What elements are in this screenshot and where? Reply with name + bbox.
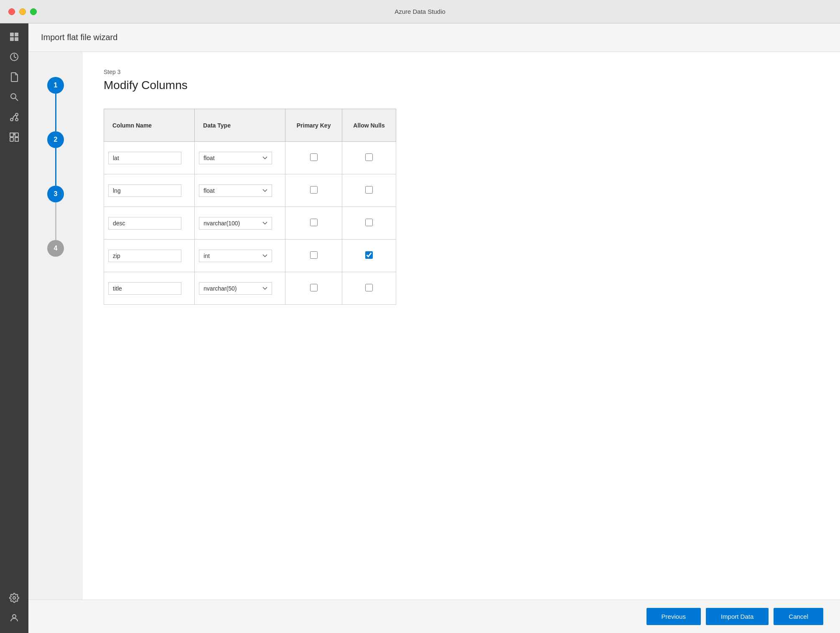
- col-pk-cell: [285, 240, 342, 272]
- col-type-cell: floatintnvarchar(50)nvarchar(100)nvarcha…: [195, 207, 285, 240]
- col-nulls-cell: [342, 272, 396, 305]
- table-row: floatintnvarchar(50)nvarchar(100)nvarcha…: [104, 174, 396, 207]
- col-type-select[interactable]: floatintnvarchar(50)nvarchar(100)nvarcha…: [199, 184, 272, 197]
- col-type-select[interactable]: floatintnvarchar(50)nvarchar(100)nvarcha…: [199, 217, 272, 230]
- svg-point-8: [15, 113, 18, 116]
- sidebar-icon-account[interactable]: [5, 609, 23, 627]
- svg-rect-12: [15, 133, 18, 137]
- allow-nulls-checkbox[interactable]: [365, 219, 373, 226]
- col-nulls-cell: [342, 240, 396, 272]
- col-nulls-cell: [342, 207, 396, 240]
- window-controls: [8, 8, 37, 15]
- sidebar-icon-search[interactable]: [5, 88, 23, 106]
- step-3: 3: [47, 186, 64, 240]
- step-label: Step 3: [104, 69, 819, 75]
- minimize-button[interactable]: [19, 8, 26, 15]
- step-1-circle: 1: [47, 77, 64, 94]
- step-line-3: [55, 202, 56, 240]
- primary-key-checkbox[interactable]: [310, 251, 318, 259]
- svg-rect-1: [15, 33, 18, 36]
- columns-table: Column Name Data Type Primary Key Allow …: [104, 109, 396, 305]
- col-type-cell: floatintnvarchar(50)nvarchar(100)nvarcha…: [195, 174, 285, 207]
- col-header-name: Column Name: [104, 109, 195, 142]
- svg-point-5: [11, 94, 16, 99]
- import-data-button[interactable]: Import Data: [706, 608, 769, 625]
- content-area: 1 2 3 4: [28, 52, 840, 600]
- col-name-input[interactable]: [108, 282, 181, 295]
- col-type-select[interactable]: floatintnvarchar(50)nvarchar(100)nvarcha…: [199, 250, 272, 262]
- sidebar-icon-grid[interactable]: [5, 28, 23, 46]
- step-line-1: [55, 94, 56, 131]
- wizard-header: Import flat file wizard: [28, 23, 840, 52]
- col-name-input[interactable]: [108, 184, 181, 197]
- table-row: floatintnvarchar(50)nvarchar(100)nvarcha…: [104, 142, 396, 174]
- primary-key-checkbox[interactable]: [310, 284, 318, 291]
- cancel-button[interactable]: Cancel: [774, 608, 823, 625]
- app-title: Azure Data Studio: [395, 8, 445, 15]
- col-type-select[interactable]: floatintnvarchar(50)nvarchar(100)nvarcha…: [199, 282, 272, 295]
- col-name-input[interactable]: [108, 152, 181, 164]
- sidebar: [0, 23, 28, 633]
- col-header-nulls: Allow Nulls: [342, 109, 396, 142]
- primary-key-checkbox[interactable]: [310, 186, 318, 194]
- col-name-cell: [104, 142, 195, 174]
- step-3-circle: 3: [47, 186, 64, 202]
- table-row: floatintnvarchar(50)nvarchar(100)nvarcha…: [104, 207, 396, 240]
- sidebar-icon-settings[interactable]: [5, 589, 23, 607]
- svg-rect-0: [10, 33, 14, 36]
- svg-rect-11: [10, 138, 13, 141]
- col-name-cell: [104, 174, 195, 207]
- svg-point-14: [13, 615, 16, 618]
- svg-point-9: [15, 118, 18, 121]
- close-button[interactable]: [8, 8, 15, 15]
- primary-key-checkbox[interactable]: [310, 153, 318, 161]
- previous-button[interactable]: Previous: [647, 608, 701, 625]
- step-sidebar: 1 2 3 4: [28, 52, 83, 600]
- col-nulls-cell: [342, 142, 396, 174]
- svg-line-6: [15, 98, 18, 101]
- sidebar-icon-git[interactable]: [5, 108, 23, 126]
- col-type-select[interactable]: floatintnvarchar(50)nvarchar(100)nvarcha…: [199, 152, 272, 164]
- step-2-circle: 2: [47, 131, 64, 148]
- app-body: Import flat file wizard 1 2: [0, 23, 840, 633]
- col-pk-cell: [285, 207, 342, 240]
- wizard-footer: Previous Import Data Cancel: [28, 600, 840, 633]
- svg-rect-2: [10, 37, 14, 41]
- maximize-button[interactable]: [30, 8, 37, 15]
- step-title: Modify Columns: [104, 79, 819, 92]
- col-pk-cell: [285, 174, 342, 207]
- sidebar-icon-extensions[interactable]: [5, 128, 23, 146]
- col-pk-cell: [285, 272, 342, 305]
- col-name-cell: [104, 240, 195, 272]
- svg-rect-3: [15, 37, 18, 41]
- sidebar-icon-document[interactable]: [5, 68, 23, 86]
- col-type-cell: floatintnvarchar(50)nvarchar(100)nvarcha…: [195, 272, 285, 305]
- table-row: floatintnvarchar(50)nvarchar(100)nvarcha…: [104, 272, 396, 305]
- col-name-cell: [104, 207, 195, 240]
- sidebar-icon-clock[interactable]: [5, 48, 23, 66]
- step-4-circle: 4: [47, 240, 64, 257]
- allow-nulls-checkbox[interactable]: [365, 153, 373, 161]
- step-4: 4: [47, 240, 64, 257]
- col-header-type: Data Type: [195, 109, 285, 142]
- col-nulls-cell: [342, 174, 396, 207]
- main-area: Import flat file wizard 1 2: [28, 23, 840, 633]
- primary-key-checkbox[interactable]: [310, 219, 318, 226]
- allow-nulls-checkbox[interactable]: [365, 251, 373, 259]
- col-type-cell: floatintnvarchar(50)nvarchar(100)nvarcha…: [195, 142, 285, 174]
- allow-nulls-checkbox[interactable]: [365, 186, 373, 194]
- step-2: 2: [47, 131, 64, 186]
- svg-point-13: [13, 597, 15, 599]
- table-row: floatintnvarchar(50)nvarchar(100)nvarcha…: [104, 240, 396, 272]
- col-name-cell: [104, 272, 195, 305]
- step-line-2: [55, 148, 56, 186]
- col-name-input[interactable]: [108, 250, 181, 262]
- col-name-input[interactable]: [108, 217, 181, 230]
- allow-nulls-checkbox[interactable]: [365, 284, 373, 291]
- col-header-pk: Primary Key: [285, 109, 342, 142]
- col-type-cell: floatintnvarchar(50)nvarchar(100)nvarcha…: [195, 240, 285, 272]
- step-1: 1: [47, 77, 64, 131]
- col-pk-cell: [285, 142, 342, 174]
- wizard-content: Step 3 Modify Columns Column Name Data T…: [83, 52, 840, 600]
- title-bar: Azure Data Studio: [0, 0, 840, 23]
